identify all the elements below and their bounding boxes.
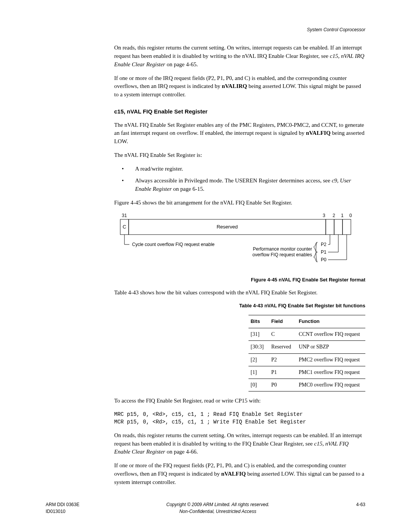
cell-function: UNP or SBZP [296,341,365,353]
register-figure: 31 3 2 1 0 C Reserved Cycle count overfl… [114,212,365,270]
p2-label: P2 [321,242,327,247]
para-register-is: The nVAL FIQ Enable Set Register is: [114,151,365,160]
text-bold: nVALFIQ [306,130,331,136]
list-item: A read/write register. [114,165,365,173]
text: A read/write register. [135,166,183,172]
page-number: 4-63 [356,502,365,508]
th-function: Function [296,315,365,328]
doc-subid: ID013010 [46,508,80,515]
table-row: [31] C CCNT overflow FIQ request [249,328,365,340]
cell-bits: [30:3] [249,341,269,353]
para-table-ref: Table 4-43 shows how the bit values corr… [114,289,365,297]
page-footer: ARM DDI 0363E ID013010 Copyright © 2009 … [46,502,365,515]
text: on page 4-66. [165,449,198,455]
th-field: Field [269,315,296,328]
cycle-count-label: Cycle count overflow FIQ request enable [132,242,215,247]
cell-function: PMC0 overflow FIQ request [296,379,365,391]
doc-id: ARM DDI 0363E [46,502,80,508]
table-caption: Table 4-43 nVAL FIQ Enable Set Register … [114,302,365,310]
cell-field: P0 [269,379,296,391]
bitfield-reserved-label: Reserved [217,224,238,230]
para-fiq-clear: On reads, this register returns the curr… [114,431,365,456]
para-irq-request: If one or more of the IRQ request fields… [114,74,365,99]
page-header: System Control Coprocessor [46,27,365,33]
p1-label: P1 [321,249,327,255]
leader-line [124,235,129,244]
table-row: [2] P2 PMC2 overflow FIQ request [249,353,365,366]
para-fiq-intro: The nVAL FIQ Enable Set Register enables… [114,121,365,146]
text: On reads, this register returns the curr… [114,45,362,59]
bit-functions-table: Bits Field Function [31] C CCNT overflow… [249,315,365,391]
text: on page 6-15. [172,186,204,192]
table-row: [30:3] Reserved UNP or SBZP [249,341,365,353]
para-figure-ref: Figure 4-45 shows the bit arrangement fo… [114,199,365,207]
table-row: [1] P1 PMC1 overflow FIQ request [249,366,365,379]
main-content: On reads, this register returns the curr… [114,44,365,486]
cell-function: PMC2 overflow FIQ request [296,353,365,366]
leader-line-p0 [328,235,347,260]
cell-field: C [269,328,296,340]
para-fiq-request: If one or more of the FIQ request fields… [114,462,365,486]
th-bits: Bits [249,315,269,328]
text: Always accessible in Privileged mode. Th… [135,177,332,184]
bitfield-p1 [334,219,342,235]
p0-label: P0 [321,257,327,262]
text-bold: nVALFIQ [221,471,246,477]
cell-field: P1 [269,366,296,379]
bit-label-31: 31 [122,213,127,218]
text: on page 4-65. [165,61,198,67]
bit-label-0: 0 [349,213,352,218]
bitfield-p2 [326,219,334,235]
bit-label-2: 2 [333,213,335,218]
bit-label-3: 3 [323,213,325,218]
figure-caption: Figure 4-45 nVAL FIQ Enable Set Register… [114,276,365,284]
leader-line-p1 [328,235,338,252]
cell-bits: [2] [249,353,269,366]
section-heading: c15, nVAL FIQ Enable Set Register [114,107,365,116]
cell-field: P2 [269,353,296,366]
bitfield-p0 [342,219,351,235]
confidentiality: Non-Confidential, Unrestricted Access [80,508,356,515]
cell-bits: [0] [249,379,269,391]
pm-counter-label-1: Performance monitor counter [253,246,312,252]
footer-center: Copyright © 2009 ARM Limited. All rights… [80,502,356,515]
leader-line-p2 [328,235,330,244]
list-item: Always accessible in Privileged mode. Th… [114,177,365,193]
footer-right: 4-63 [356,502,365,508]
table-container: Bits Field Function [31] C CCNT overflow… [114,315,365,391]
cell-function: CCNT overflow FIQ request [296,328,365,340]
bit-label-1: 1 [341,213,344,218]
copyright: Copyright © 2009 ARM Limited. All rights… [80,502,356,508]
cell-bits: [31] [249,328,269,340]
table-header-row: Bits Field Function [249,315,365,328]
pm-counter-label-2: overflow FIQ request enables [252,252,312,257]
para-irq-clear: On reads, this register returns the curr… [114,44,365,69]
para-access: To access the FIQ Enable Set Register, r… [114,397,365,405]
cell-bits: [1] [249,366,269,379]
bitfield-c-label: C [123,224,126,230]
text-bold: nVALIRQ [222,83,247,89]
cell-field: Reserved [269,341,296,353]
bullet-list: A read/write register. Always accessible… [114,165,365,193]
code-block: MRC p15, 0, <Rd>, c15, c1, 1 ; Read FIQ … [114,411,365,426]
footer-left: ARM DDI 0363E ID013010 [46,502,80,515]
cell-function: PMC1 overflow FIQ request [296,366,365,379]
table-row: [0] P0 PMC0 overflow FIQ request [249,379,365,391]
